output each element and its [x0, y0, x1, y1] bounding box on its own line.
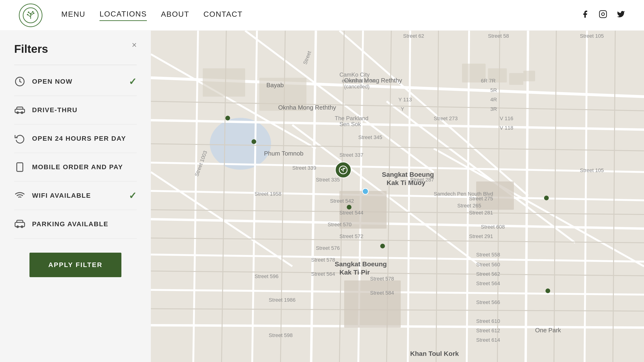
filter-item-mobile-order[interactable]: MOBILE ORDER AND PAY: [14, 153, 137, 182]
facebook-icon[interactable]: [581, 10, 589, 20]
svg-text:Street 105: Street 105: [580, 33, 604, 39]
svg-point-6: [27, 14, 28, 15]
filter-parking-label: PARKING AVAILABLE: [32, 220, 108, 228]
car-icon: [14, 104, 26, 116]
close-filter-button[interactable]: ×: [132, 40, 137, 50]
svg-text:Street 570: Street 570: [328, 222, 352, 228]
svg-rect-20: [15, 222, 24, 227]
svg-text:Street 562: Street 562: [476, 271, 500, 277]
wifi-check: ✓: [129, 190, 137, 201]
svg-text:Street 62: Street 62: [403, 33, 424, 39]
svg-rect-62: [203, 68, 245, 97]
svg-text:Street 265: Street 265: [457, 203, 481, 208]
svg-text:Kak Ti Pir: Kak Ti Pir: [340, 269, 370, 276]
svg-text:Street 598: Street 598: [269, 332, 293, 338]
parking-icon: [14, 218, 26, 230]
svg-point-24: [210, 118, 271, 170]
svg-text:Y 113: Y 113: [398, 97, 412, 102]
svg-text:CamKo City: CamKo City: [340, 72, 370, 78]
svg-text:6R 7R: 6R 7R: [481, 78, 496, 84]
svg-text:Street 275: Street 275: [469, 196, 493, 202]
header: MENU LOCATIONS ABOUT CONTACT: [0, 0, 644, 31]
svg-rect-66: [509, 73, 523, 85]
filter-item-wifi[interactable]: WIFI AVAILABLE ✓: [14, 182, 137, 210]
svg-text:Street 1986: Street 1986: [269, 297, 296, 303]
svg-text:Street 544: Street 544: [340, 210, 364, 216]
svg-text:Street 273: Street 273: [434, 116, 458, 121]
phone-icon: [14, 162, 26, 173]
filter-drive-thru-label: DRIVE-THRU: [32, 106, 78, 114]
svg-text:One Park: One Park: [535, 327, 561, 334]
clock-icon: [14, 76, 26, 87]
user-location-marker: [362, 188, 369, 195]
svg-text:Sen Sok: Sen Sok: [340, 121, 361, 127]
svg-point-139: [342, 168, 344, 169]
filter-item-wifi-left: WIFI AVAILABLE: [14, 190, 91, 201]
svg-text:Phum Tomnob: Phum Tomnob: [264, 150, 304, 157]
main-content: × Filters OPEN NOW ✓ DRIVE-THRU: [0, 31, 644, 362]
filter-panel: × Filters OPEN NOW ✓ DRIVE-THRU: [0, 31, 151, 362]
svg-text:Khan Toul Kork: Khan Toul Kork: [410, 350, 459, 357]
svg-point-137: [341, 169, 342, 170]
location-dot-5[interactable]: [544, 196, 549, 200]
svg-text:Street 612: Street 612: [476, 328, 500, 334]
svg-text:Street 614: Street 614: [476, 337, 500, 343]
svg-text:Street 578: Street 578: [370, 276, 394, 282]
svg-text:V 116: V 116: [500, 116, 514, 121]
svg-text:Street 339: Street 339: [292, 165, 316, 171]
nav-item-contact[interactable]: CONTACT: [204, 10, 242, 20]
wifi-icon: [14, 190, 26, 201]
filter-item-open-24h[interactable]: OPEN 24 HOURS PER DAY: [14, 124, 137, 153]
filter-item-parking[interactable]: PARKING AVAILABLE: [14, 210, 137, 238]
svg-text:Street 564: Street 564: [476, 280, 500, 286]
map-area[interactable]: Street Street 62 Street 58 Street 105 St…: [151, 31, 644, 362]
nav-item-locations[interactable]: LOCATIONS: [100, 10, 147, 21]
svg-text:The Parkland: The Parkland: [335, 115, 368, 121]
svg-point-138: [344, 168, 345, 169]
selected-location-marker[interactable]: [335, 162, 352, 178]
svg-text:Street 1958: Street 1958: [254, 191, 282, 197]
nav-item-menu[interactable]: MENU: [61, 10, 85, 20]
filter-item-drive-thru[interactable]: DRIVE-THRU: [14, 96, 137, 124]
location-dot-4[interactable]: [380, 244, 385, 248]
twitter-icon[interactable]: [617, 10, 625, 20]
instagram-icon[interactable]: [599, 10, 607, 20]
svg-text:Street 58: Street 58: [488, 33, 509, 39]
svg-text:Street 558: Street 558: [476, 252, 500, 258]
apply-btn-container: APPLY FILTER: [14, 238, 137, 286]
svg-text:extended area: extended area: [342, 78, 375, 84]
map-svg: Street Street 62 Street 58 Street 105 St…: [151, 31, 644, 362]
svg-text:Oknha Mong Reththy: Oknha Mong Reththy: [278, 104, 336, 111]
main-nav: MENU LOCATIONS ABOUT CONTACT: [61, 10, 242, 21]
svg-point-8: [28, 12, 29, 13]
filter-item-open-now[interactable]: OPEN NOW ✓: [14, 68, 137, 96]
svg-text:Street 576: Street 576: [316, 245, 340, 251]
svg-text:Street 281: Street 281: [469, 210, 493, 216]
svg-text:Street 291: Street 291: [469, 233, 493, 239]
svg-text:Street 610: Street 610: [476, 318, 500, 324]
svg-point-10: [30, 13, 31, 14]
svg-text:Street 584: Street 584: [370, 290, 394, 296]
svg-text:Street 345: Street 345: [358, 134, 382, 140]
filter-open-24h-label: OPEN 24 HOURS PER DAY: [32, 135, 126, 142]
svg-text:Bayab: Bayab: [266, 82, 284, 88]
location-dot-6[interactable]: [546, 288, 550, 293]
filter-open-now-label: OPEN NOW: [32, 78, 72, 85]
svg-text:Street 578: Street 578: [311, 257, 335, 263]
svg-text:Kak Ti Muoy: Kak Ti Muoy: [386, 179, 426, 186]
logo[interactable]: [19, 4, 42, 27]
nav-item-about[interactable]: ABOUT: [161, 10, 189, 20]
svg-text:Street 335: Street 335: [316, 177, 340, 183]
filter-item-drive-thru-left: DRIVE-THRU: [14, 104, 78, 116]
apply-filter-button[interactable]: APPLY FILTER: [30, 253, 122, 277]
svg-text:Y: Y: [401, 106, 404, 112]
svg-rect-11: [600, 10, 606, 18]
svg-text:Street 572: Street 572: [340, 233, 364, 239]
refresh-icon: [14, 133, 26, 144]
svg-text:Street 337: Street 337: [340, 152, 364, 158]
header-left: MENU LOCATIONS ABOUT CONTACT: [19, 4, 242, 27]
svg-text:Sangkat Boeung: Sangkat Boeung: [382, 171, 434, 178]
svg-point-9: [32, 11, 34, 12]
svg-rect-67: [523, 71, 535, 81]
svg-text:Street 560: Street 560: [476, 262, 500, 268]
